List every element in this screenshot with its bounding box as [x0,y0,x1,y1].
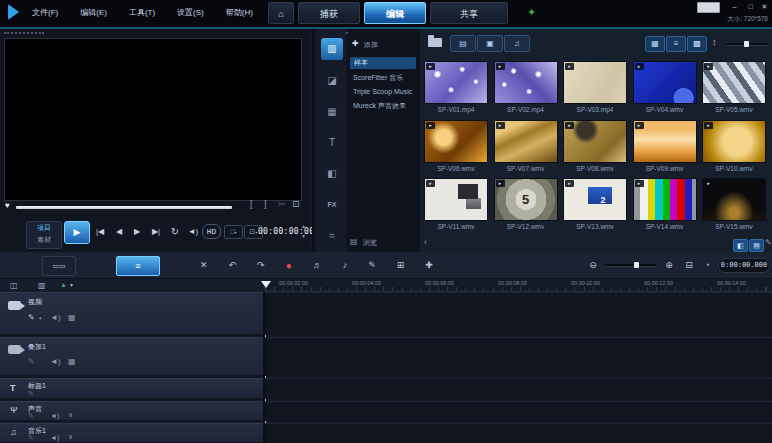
media-item[interactable]: ▸ SP-V03.mp4 [563,61,633,120]
media-item[interactable]: ▸ SP-V05.wmv [702,61,772,120]
edit-clip-icon[interactable]: ✎ [765,238,772,247]
media-item[interactable]: ▸ SP-V01.mp4 [424,61,494,120]
media-thumbnail[interactable]: ▸ [563,61,627,104]
scrubber-handle[interactable]: ♥ [5,201,10,210]
timeline-ruler[interactable]: 00:00:02:0000:00:04:0000:00:06:0000:00:0… [265,279,772,292]
timeline-tool-icon[interactable]: ● [286,260,292,271]
import-media-icon[interactable] [428,38,442,47]
mute-track-icon[interactable]: ◄) [50,357,61,366]
media-item[interactable]: ▸ SP-V06.wmv [424,120,494,179]
track-manager-icon[interactable]: ◫ [10,281,18,290]
timeline-tool-icon[interactable]: ✚ [425,260,433,270]
expand-track-icon[interactable]: ∨ [68,411,73,419]
expand-track-icon[interactable]: ∨ [68,433,73,441]
toggle-project[interactable]: 项目 [27,222,61,234]
media-item[interactable]: ▸ SP-V14.wmv [633,178,703,237]
screen-size-button[interactable]: □▾ [224,225,243,239]
mark-out-icon[interactable]: ] [264,199,267,209]
graphics-icon[interactable]: ◧ [321,163,343,185]
media-item[interactable]: ▸ SP-V15.wmv [702,178,772,237]
menu-item[interactable]: 设置(S) [177,7,204,18]
media-thumbnail[interactable]: ▸ [702,120,766,163]
mark-in-icon[interactable]: [ [250,199,253,209]
fit-project-icon[interactable]: ⊟ [682,256,696,274]
thumbnail-size-slider[interactable] [726,43,768,46]
track-header-voice[interactable]: Ψ 声音 ✎ ◄) ∨ [0,401,263,421]
transitions-icon[interactable]: ◪ [321,70,343,92]
mute-track-icon[interactable]: ◄) [50,412,59,419]
media-thumbnail[interactable]: ▸ 5 [494,178,558,221]
timeline-view-button[interactable]: ≡ [116,256,160,276]
media-item[interactable]: ▸ 5 SP-V12.wmv [494,178,564,237]
toggle-clip[interactable]: 素材 [27,234,61,246]
menu-item[interactable]: 帮助(H) [226,7,253,18]
ripple-edit-icon[interactable]: ✎ [28,313,35,322]
previous-frame-button[interactable]: ◀ [112,221,126,242]
enlarge-preview-icon[interactable]: ⊡ [292,199,300,209]
media-thumbnail[interactable]: ▸ [563,120,627,163]
ripple-edit-icon[interactable]: ✎ [28,357,35,366]
menu-item[interactable]: 工具(T) [129,7,155,18]
track-content-title[interactable] [265,378,772,399]
media-thumbnail[interactable]: ▸ [633,178,697,221]
scrubber-track[interactable] [16,206,232,209]
tab-share[interactable]: 共享 [430,2,508,24]
zoom-in-icon[interactable]: ⊕ [662,256,676,274]
list-view-button[interactable]: ≡ [666,36,686,52]
detail-view-button[interactable]: ▩ [687,36,707,52]
mute-track-icon[interactable]: ◄) [50,434,59,441]
media-item[interactable]: ▸ 2 SP-V13.wmv [563,178,633,237]
media-thumbnail[interactable]: ▸ [424,178,488,221]
track-header-title[interactable]: T 标题1 ✎ [0,378,263,399]
ripple-edit-icon[interactable]: ✎ [28,434,34,442]
track-header-video[interactable]: 视频 ✎ ▾ ◄) ▦ [0,292,263,335]
browse-icon[interactable]: ▤ [350,237,358,246]
track-header-overlay[interactable]: 叠加1 ✎ ◄) ▦ [0,337,263,376]
media-item[interactable]: ▸ SP-V02.mp4 [494,61,564,120]
timeline-tool-icon[interactable]: ↷ [257,260,265,270]
timeline-tool-icon[interactable]: ✕ [200,260,208,270]
options-panel-toggle-button[interactable]: ▤ [749,239,764,252]
media-item[interactable]: ▸ SP-V04.wmv [633,61,703,120]
library-panel-toggle-button[interactable]: ◧ [733,239,748,252]
timeline-tool-icon[interactable]: ⊞ [397,260,405,270]
minimize-button[interactable]: – [728,3,741,10]
preview-screen[interactable] [4,38,302,201]
folder-triple-scoop[interactable]: Triple Scoop Music [353,86,412,98]
media-thumbnail[interactable]: ▸ [702,178,766,221]
sort-icon[interactable]: ↕ [712,37,717,47]
restore-button[interactable]: □ [744,3,757,10]
media-thumbnail[interactable]: ▸ [633,61,697,104]
track-height-icon[interactable]: ▦ [68,313,76,322]
timeline-tool-icon[interactable]: ↶ [229,260,237,270]
filter-audio-button[interactable]: ♫ [504,35,530,52]
timeline-timecode[interactable]: 0:00:00.000 [718,258,770,273]
chevron-down-icon[interactable]: ▾ [70,281,73,288]
next-frame-button[interactable]: ▶ [130,221,144,242]
folder-scorefitter[interactable]: ScoreFitter 音乐 [353,72,403,84]
slider-knob[interactable] [634,262,639,268]
track-content-voice[interactable] [265,401,772,421]
media-item[interactable]: ▸ SP-V07.wmv [494,120,564,179]
timeline-zoom-slider[interactable] [604,264,656,267]
home-frame-button[interactable]: |◀ [92,221,108,242]
track-header-music[interactable]: ♫ 音乐1 ✎ ◄) ∨ [0,423,263,443]
media-item[interactable]: ▸ SP-V09.wmv [633,120,703,179]
media-thumbnail[interactable]: ▸ [424,61,488,104]
track-content-overlay[interactable] [265,337,772,376]
track-content-music[interactable] [265,423,772,443]
step-up-icon[interactable]: ▲ [301,223,306,229]
add-folder-icon[interactable]: ✚ [352,39,359,48]
close-button[interactable]: ✕ [758,3,771,11]
chevron-down-icon[interactable]: ▾ [39,315,42,321]
project-clip-toggle[interactable]: 项目 素材 [26,221,62,249]
menu-item[interactable]: 编辑(E) [80,7,107,18]
tab-home[interactable]: ⌂ [268,2,294,24]
media-thumbnail[interactable]: ▸ [702,61,766,104]
play-button[interactable]: ▶ [64,221,90,244]
timeline-tool-icon[interactable]: ♪ [343,260,348,270]
media-item[interactable]: ▸ SP-V10.wmv [702,120,772,179]
ripple-edit-icon[interactable]: ✎ [28,390,34,398]
folder-samples[interactable]: 样本 [350,57,416,69]
tab-capture[interactable]: 捕获 [298,2,360,24]
